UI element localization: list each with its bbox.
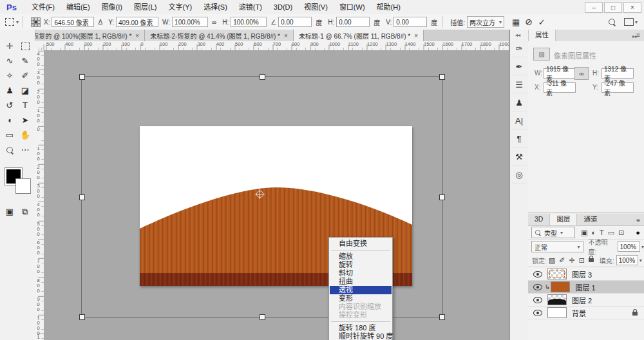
context-menu-item[interactable]: 内容识别缩放 <box>330 303 392 311</box>
tool-button[interactable]: T <box>18 99 32 112</box>
expand-panels-icon[interactable]: ◂◂ <box>515 32 520 38</box>
layer-thumbnail[interactable] <box>547 269 567 279</box>
toolbar-mode-button[interactable]: ▣ <box>3 205 17 218</box>
context-menu-item[interactable]: 顺时针旋转 90 度 <box>330 332 392 340</box>
transform-tool-badge[interactable]: ▾ <box>5 18 19 26</box>
filter-icon[interactable]: ▣ <box>581 229 587 237</box>
visibility-eye-icon[interactable] <box>533 284 542 290</box>
panel-tab[interactable]: 通道 <box>577 214 603 225</box>
menu-item[interactable]: 帮助(H) <box>371 1 406 14</box>
layer-row[interactable]: 图层 3 <box>528 268 644 281</box>
context-menu-item[interactable] <box>331 321 390 322</box>
tool-button[interactable] <box>3 143 17 156</box>
context-menu-item[interactable]: 操控变形 <box>330 311 392 319</box>
menu-item[interactable]: 文件(F) <box>26 1 61 14</box>
layer-name[interactable]: 图层 1 <box>575 282 595 292</box>
layer-thumbnail[interactable] <box>551 281 570 292</box>
document-tab[interactable]: 未标题-1 @ 66.7% (图层 11, RGB/8#) * × <box>294 30 424 41</box>
context-menu-item[interactable]: 扭曲 <box>330 278 392 286</box>
transform-handle-top-center[interactable] <box>260 74 265 80</box>
context-menu-item[interactable]: 变形 <box>330 294 392 303</box>
context-menu-item[interactable]: 旋转 <box>330 261 392 269</box>
filter-icon[interactable]: T <box>600 229 604 237</box>
context-menu-item[interactable]: 自由变换 <box>330 240 392 248</box>
tool-button[interactable]: ◪ <box>18 84 32 97</box>
panel-icon[interactable]: ⚒ <box>511 149 527 165</box>
menu-item[interactable]: 图层(L) <box>128 1 162 14</box>
workspace-switcher[interactable]: ▾ <box>624 18 638 26</box>
tool-button[interactable]: ◖ <box>3 113 17 127</box>
menu-item[interactable]: 窗口(W) <box>334 1 371 14</box>
height-scale-field[interactable]: 100.00% <box>231 17 267 27</box>
context-menu-item[interactable]: 旋转 180 度 <box>330 324 392 332</box>
y-position-field[interactable]: 409.00 像素 <box>116 17 158 27</box>
opacity-field[interactable]: 100% <box>618 241 640 252</box>
menu-item[interactable]: 视图(V) <box>298 1 334 14</box>
close-icon[interactable]: × <box>414 32 418 39</box>
layer-filter-select[interactable]: 类型 ▾ <box>531 227 575 238</box>
rotation-field[interactable]: 0.00 <box>278 17 312 27</box>
menu-item[interactable]: 3D(D) <box>268 1 298 14</box>
menu-item[interactable]: 滤镜(T) <box>233 1 268 14</box>
filter-icon[interactable]: ◐ <box>591 229 596 237</box>
relative-position-toggle[interactable]: Δ <box>98 19 102 26</box>
top-ruler[interactable]: 5004003002001000100200300400500600700800… <box>35 41 509 51</box>
visibility-eye-icon[interactable] <box>533 271 542 278</box>
left-ruler[interactable]: 4003002001000100200300400500600700800900… <box>35 50 44 340</box>
prop-y-field[interactable]: -247 像素 <box>601 82 634 93</box>
transform-handle-bottom-left[interactable] <box>79 314 85 320</box>
background-color-swatch[interactable] <box>15 178 31 194</box>
panel-tab[interactable]: 图层 <box>549 214 577 225</box>
layer-row[interactable]: 图层 2 <box>528 294 644 307</box>
reference-point-locator[interactable] <box>31 17 40 26</box>
filter-toggle-icon[interactable]: ● <box>636 229 640 236</box>
prop-height-field[interactable]: 1312 像素 <box>601 68 634 79</box>
panel-icon[interactable]: ✒ <box>511 59 527 75</box>
layer-row[interactable]: ↳ 图层 1 <box>528 281 644 294</box>
layer-name[interactable]: 图层 3 <box>572 269 592 279</box>
collapse-panels-icon[interactable]: ▸▸ <box>632 33 638 39</box>
panel-icon[interactable]: ✑ <box>511 41 527 57</box>
transform-handle-middle-right[interactable] <box>439 194 445 200</box>
tool-button[interactable]: ✋ <box>18 128 32 142</box>
tool-button[interactable]: ↺ <box>3 99 17 112</box>
panel-icon[interactable]: A| <box>511 113 527 129</box>
prop-width-field[interactable]: 1915 像素 <box>544 68 576 79</box>
visibility-eye-icon[interactable] <box>533 310 542 316</box>
x-position-field[interactable]: 646.50 像素 <box>52 17 94 27</box>
transform-handle-bottom-right[interactable] <box>439 314 445 320</box>
transform-reference-point[interactable] <box>256 191 263 198</box>
panel-icon[interactable]: ¶ <box>511 131 527 147</box>
tool-button[interactable]: ✧ <box>3 69 17 82</box>
close-button[interactable]: × <box>623 2 641 13</box>
menu-item[interactable]: 文字(Y) <box>162 1 198 14</box>
visibility-eye-icon[interactable] <box>533 297 542 303</box>
tool-button[interactable]: ✐ <box>18 69 32 82</box>
transform-handle-top-left[interactable] <box>79 74 85 80</box>
document-tab[interactable]: 未标题-2-恢复的 @ 41.4% (图层 1, RGB/8#) * × <box>145 30 294 41</box>
transform-handle-bottom-center[interactable] <box>260 314 265 320</box>
panel-icon[interactable]: ☰ <box>511 77 527 93</box>
panel-menu-icon[interactable]: ≡ <box>636 215 640 226</box>
layer-row[interactable]: 背景 <box>528 307 644 319</box>
interpolation-select[interactable]: 两次立方 ▾ <box>467 16 504 28</box>
filter-icon[interactable]: ▭ <box>608 229 614 237</box>
blend-mode-select[interactable]: 正常 ▾ <box>531 241 583 252</box>
lock-option-icon[interactable]: ✛ <box>569 256 574 265</box>
close-icon[interactable]: × <box>284 32 288 39</box>
search-icon[interactable] <box>609 19 615 25</box>
tab-properties[interactable]: 属性 <box>528 30 556 41</box>
lock-option-icon[interactable]: ⊡ <box>579 256 585 265</box>
menu-item[interactable]: 编辑(E) <box>61 1 96 14</box>
chevron-down-icon[interactable]: ▾ <box>639 258 642 263</box>
v-skew-field[interactable]: 0.00 <box>393 17 427 27</box>
chevron-down-icon[interactable]: ▾ <box>641 244 644 250</box>
width-scale-field[interactable]: 100.00% <box>172 17 208 27</box>
close-icon[interactable]: × <box>135 32 139 39</box>
tool-button[interactable]: ✎ <box>18 54 32 68</box>
h-skew-field[interactable]: 0.00 <box>336 17 370 27</box>
link-icon[interactable]: ∞ <box>574 67 589 80</box>
lock-option-icon[interactable]: ✐ <box>559 256 565 265</box>
tool-button[interactable]: ♟ <box>3 84 17 97</box>
transform-handle-top-right[interactable] <box>439 74 445 80</box>
